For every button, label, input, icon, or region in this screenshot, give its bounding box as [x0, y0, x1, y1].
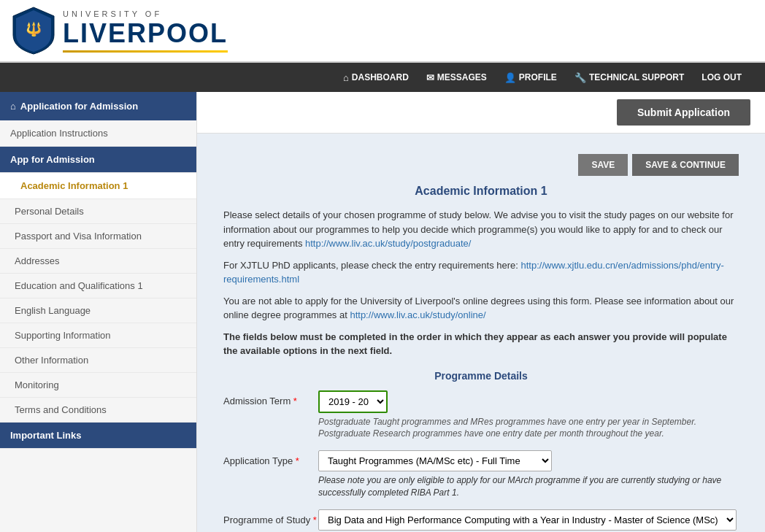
page-header: 🔱 UNIVERSITY OF LIVERPOOL: [0, 0, 765, 63]
programme-study-field: Big Data and High Performance Computing …: [318, 509, 739, 532]
university-shield-icon: 🔱: [12, 6, 55, 55]
application-type-row: Application Type * Taught Programmes (MA…: [223, 450, 739, 499]
link-xjtlu[interactable]: http://www.xjtlu.edu.cn/en/admissions/ph…: [223, 260, 724, 285]
sidebar-item-app-instructions[interactable]: Application Instructions: [0, 120, 196, 147]
content-header: Submit Application: [197, 92, 765, 134]
action-bar: SAVE SAVE & CONTINUE: [223, 154, 739, 176]
programme-study-required: *: [313, 514, 317, 525]
intro-text-3: You are not able to apply for the Univer…: [223, 294, 739, 323]
application-type-required: *: [296, 455, 299, 466]
submit-application-button[interactable]: Submit Application: [617, 99, 750, 126]
content-bg-area: SAVE SAVE & CONTINUE Academic Informatio…: [197, 134, 765, 532]
logo-area: 🔱 UNIVERSITY OF LIVERPOOL: [12, 6, 228, 55]
university-title: LIVERPOOL: [63, 18, 228, 49]
sidebar-item-passport-visa[interactable]: Passport and Visa Information: [0, 224, 196, 249]
admission-term-row: Admission Term * 2019 - 20 2020 - 21 Pos…: [223, 390, 739, 441]
sidebar-item-supporting-info[interactable]: Supporting Information: [0, 323, 196, 348]
sidebar-header-label: Application for Admission: [20, 101, 138, 112]
admission-term-note: Postgraduate Taught programmes and MRes …: [318, 416, 739, 441]
admission-term-required: *: [293, 396, 297, 406]
admission-term-label: Admission Term *: [223, 390, 318, 408]
nav-messages-label: MESSAGES: [437, 72, 487, 82]
nav-profile-label: PROFILE: [519, 72, 557, 82]
save-button[interactable]: SAVE: [578, 154, 628, 176]
nav-dashboard[interactable]: ⌂ DASHBOARD: [334, 72, 418, 83]
application-type-field: Taught Programmes (MA/MSc etc) - Full Ti…: [318, 450, 739, 499]
sidebar-item-important-links[interactable]: Important Links: [0, 423, 196, 449]
intro-text-1: Please select details of your chosen pro…: [223, 208, 739, 251]
content-body: SAVE SAVE & CONTINUE Academic Informatio…: [209, 145, 753, 532]
save-continue-button[interactable]: SAVE & CONTINUE: [632, 154, 739, 176]
sidebar-education-qual-label: Education and Qualifications 1: [15, 280, 143, 291]
sidebar-item-monitoring[interactable]: Monitoring: [0, 373, 196, 398]
sidebar-app-instructions-label: Application Instructions: [10, 128, 108, 139]
nav-logout[interactable]: LOG OUT: [693, 72, 750, 82]
wrench-icon: 🔧: [574, 72, 586, 83]
sidebar-important-links-label: Important Links: [10, 430, 82, 441]
sidebar-item-english-lang[interactable]: English Language: [0, 298, 196, 323]
nav-technical-support-label: TECHNICAL SUPPORT: [589, 72, 684, 82]
admission-term-field: 2019 - 20 2020 - 21 Postgraduate Taught …: [318, 390, 739, 441]
sidebar-addresses-label: Addresses: [15, 255, 59, 266]
svg-text:🔱: 🔱: [26, 21, 42, 37]
sidebar-item-academic-info[interactable]: Academic Information 1: [0, 173, 196, 199]
sidebar-item-other-info[interactable]: Other Information: [0, 348, 196, 373]
page-title: Academic Information 1: [223, 185, 739, 198]
sidebar-personal-details-label: Personal Details: [15, 206, 84, 217]
programme-study-label: Programme of Study *: [223, 509, 318, 527]
sidebar-item-personal-details[interactable]: Personal Details: [0, 199, 196, 224]
sidebar-english-lang-label: English Language: [15, 305, 91, 316]
sidebar-terms-conditions-label: Terms and Conditions: [15, 404, 107, 415]
nav-profile[interactable]: 👤 PROFILE: [496, 72, 566, 83]
link-postgrad[interactable]: http://www.liv.ac.uk/study/postgraduate/: [305, 238, 471, 249]
intro-text-4: The fields below must be completed in th…: [223, 330, 739, 358]
main-layout: ⌂ Application for Admission Application …: [0, 92, 765, 532]
sidebar-item-terms-conditions[interactable]: Terms and Conditions: [0, 398, 196, 423]
sidebar-app-admission-label: App for Admission: [10, 154, 95, 165]
sidebar-monitoring-label: Monitoring: [15, 379, 59, 390]
intro-text-2: For XJTLU PhD applicants, please check t…: [223, 258, 739, 287]
nav-logout-label: LOG OUT: [701, 72, 742, 82]
admission-term-select[interactable]: 2019 - 20 2020 - 21: [318, 390, 388, 413]
application-type-note: Please note you are only eligible to app…: [318, 474, 739, 499]
home-icon: ⌂: [10, 101, 16, 112]
sidebar: ⌂ Application for Admission Application …: [0, 92, 197, 532]
messages-icon: ✉: [426, 72, 434, 83]
profile-icon: 👤: [504, 72, 516, 83]
sidebar-item-education-qual[interactable]: Education and Qualifications 1: [0, 274, 196, 298]
sidebar-other-info-label: Other Information: [15, 355, 88, 366]
sidebar-passport-visa-label: Passport and Visa Information: [15, 231, 142, 242]
sidebar-supporting-info-label: Supporting Information: [15, 330, 111, 341]
application-type-label: Application Type *: [223, 450, 318, 468]
main-content: Submit Application SAVE SAVE & CONTINUE …: [197, 92, 765, 532]
link-online[interactable]: http://www.liv.ac.uk/study/online/: [350, 309, 485, 320]
programme-study-select[interactable]: Big Data and High Performance Computing …: [318, 509, 737, 531]
application-type-select[interactable]: Taught Programmes (MA/MSc etc) - Full Ti…: [318, 450, 552, 471]
sidebar-header[interactable]: ⌂ Application for Admission: [0, 92, 196, 120]
programme-details-title: Programme Details: [223, 370, 739, 382]
nav-dashboard-label: DASHBOARD: [352, 72, 409, 82]
dashboard-icon: ⌂: [343, 72, 349, 83]
nav-technical-support[interactable]: 🔧 TECHNICAL SUPPORT: [566, 72, 693, 83]
sidebar-item-app-for-admission[interactable]: App for Admission: [0, 147, 196, 173]
university-name: UNIVERSITY OF LIVERPOOL: [63, 9, 228, 53]
top-navbar: ⌂ DASHBOARD ✉ MESSAGES 👤 PROFILE 🔧 TECHN…: [0, 63, 765, 92]
university-subtitle: UNIVERSITY OF: [63, 9, 228, 18]
sidebar-item-addresses[interactable]: Addresses: [0, 249, 196, 274]
sidebar-academic-info-label: Academic Information 1: [20, 180, 128, 191]
nav-messages[interactable]: ✉ MESSAGES: [418, 72, 496, 83]
programme-study-row: Programme of Study * Big Data and High P…: [223, 509, 739, 532]
logo-underline: [63, 50, 228, 53]
